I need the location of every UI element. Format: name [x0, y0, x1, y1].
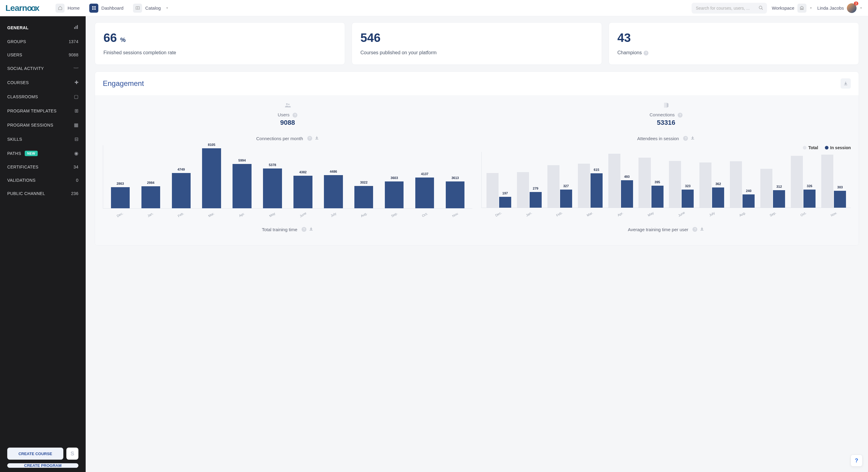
sidebar-label: USERS: [7, 53, 22, 57]
users-icon: [103, 102, 472, 110]
svg-rect-3: [94, 8, 95, 10]
sidebar-count: 236: [71, 191, 79, 196]
kpi-label: Finished sessions completion rate: [103, 50, 336, 56]
toolbox-icon: ⊟: [74, 136, 79, 142]
header: Learnoox Home Dashboard Catalog ▼: [0, 0, 868, 16]
search: [691, 3, 767, 13]
scorm-button[interactable]: S: [66, 447, 79, 460]
sidebar-item-social-activity[interactable]: SOCIAL ACTIVITY〰: [0, 62, 86, 75]
kpi-row: 66 % Finished sessions completion rate 5…: [95, 22, 859, 65]
nav-home-label: Home: [67, 5, 80, 10]
create-course-button[interactable]: CREATE COURSE: [7, 447, 63, 460]
help-icon[interactable]: ?: [644, 50, 648, 56]
download-button[interactable]: [841, 78, 851, 89]
nav-catalog-label: Catalog: [145, 5, 161, 10]
help-icon[interactable]: ?: [302, 227, 306, 232]
sub-chart-avg-time: Average training time per user ?: [482, 227, 851, 232]
bar-group: 323: [668, 152, 695, 208]
panel-title: Engagement: [103, 79, 144, 88]
sub-chart-total-time: Total training time ?: [103, 227, 472, 232]
sidebar-label: CLASSROOMS: [7, 94, 38, 99]
sidebar-item-classrooms[interactable]: CLASSROOMS▢: [0, 90, 86, 104]
bar: 4749: [168, 145, 194, 208]
sidebar-item-program-sessions[interactable]: PROGRAM SESSIONS▦: [0, 118, 86, 132]
sidebar-item-general[interactable]: GENERAL: [0, 21, 86, 35]
calendar-icon: ▦: [74, 122, 79, 128]
new-badge: NEW: [25, 151, 38, 156]
sidebar: GENERALGROUPS1374USERS9088SOCIAL ACTIVIT…: [0, 16, 86, 472]
bar-group: 326: [790, 152, 817, 208]
nav-catalog[interactable]: Catalog ▼: [129, 2, 173, 14]
chevron-down-icon: ▼: [860, 6, 863, 10]
kpi-completion-rate: 66 % Finished sessions completion rate: [95, 22, 345, 65]
chevron-down-icon: ▼: [165, 6, 168, 10]
main: 66 % Finished sessions completion rate 5…: [86, 16, 868, 472]
nav-home[interactable]: Home: [51, 2, 84, 14]
help-icon[interactable]: ?: [292, 113, 298, 117]
sidebar-item-public-channel[interactable]: PUBLIC CHANNEL236: [0, 187, 86, 200]
help-icon[interactable]: ?: [307, 136, 312, 141]
kpi-label: Champions: [617, 50, 642, 55]
stat-label: Users: [278, 112, 289, 117]
search-icon[interactable]: [758, 5, 763, 11]
sidebar-item-skills[interactable]: SKILLS⊟: [0, 132, 86, 146]
activity-icon: 〰: [73, 66, 79, 71]
presentation-icon: ▢: [74, 94, 79, 99]
bar-group: 395: [638, 152, 664, 208]
help-icon[interactable]: ?: [683, 136, 688, 141]
bar: 3022: [350, 145, 377, 208]
workspace-menu[interactable]: Workspace ▼: [772, 4, 812, 13]
bar-group: 240: [729, 152, 756, 208]
sidebar-item-groups[interactable]: GROUPS1374: [0, 35, 86, 48]
user-menu[interactable]: Linda Jacobs 3 ▼: [817, 3, 863, 13]
svg-rect-6: [76, 26, 76, 29]
bar-group: 279: [516, 152, 542, 208]
sidebar-item-certificates[interactable]: CERTIFICATES34: [0, 160, 86, 174]
sidebar-label: VALIDATIONS: [7, 178, 36, 183]
sidebar-label: COURSES: [7, 80, 29, 85]
bar-group: 615: [577, 152, 603, 208]
download-icon[interactable]: [690, 136, 695, 141]
sidebar-label: GENERAL: [7, 25, 29, 30]
kpi-value: 66: [103, 31, 117, 44]
stat-value: 53316: [482, 119, 851, 127]
avatar: 3: [847, 3, 857, 13]
book-icon: [133, 4, 142, 13]
sidebar-item-program-templates[interactable]: PROGRAM TEMPLATES⊞: [0, 104, 86, 118]
help-icon[interactable]: ?: [678, 113, 683, 117]
user-name: Linda Jacobs: [817, 5, 844, 10]
download-icon[interactable]: [700, 227, 704, 232]
svg-rect-1: [94, 6, 95, 7]
bar-group: 303: [820, 152, 847, 208]
search-input[interactable]: [691, 3, 767, 13]
stat-label: Connections: [650, 112, 675, 117]
sidebar-item-courses[interactable]: COURSES✚: [0, 75, 86, 90]
help-fab[interactable]: ?: [850, 454, 863, 467]
legend-total[interactable]: Total: [803, 145, 818, 150]
kpi-value: 546: [361, 31, 593, 45]
kpi-value: 43: [617, 31, 850, 45]
bar-group: 327: [546, 152, 573, 208]
sidebar-item-paths[interactable]: PATHSNEW◉: [0, 146, 86, 160]
sidebar-count: 1374: [69, 39, 79, 44]
bar: 2984: [137, 145, 164, 208]
chart-connections: Connections per month ? 2863298447498105…: [103, 136, 472, 216]
bar-group: 312: [760, 152, 786, 208]
logo[interactable]: Learnoox: [5, 3, 39, 13]
bar: 5994: [228, 145, 255, 208]
sidebar-item-validations[interactable]: VALIDATIONS0: [0, 174, 86, 187]
svg-rect-0: [92, 6, 93, 7]
home-icon: [56, 4, 65, 13]
help-icon[interactable]: ?: [692, 227, 697, 232]
kpi-courses-published: 546 Courses published on your platform: [352, 22, 602, 65]
sidebar-item-users[interactable]: USERS9088: [0, 48, 86, 62]
sidebar-label: SKILLS: [7, 137, 22, 142]
create-program-button[interactable]: CREATE PROGRAM: [7, 463, 79, 468]
nav-dashboard[interactable]: Dashboard: [85, 2, 128, 14]
sidebar-label: PROGRAM TEMPLATES: [7, 108, 56, 113]
chart-title: Attendees in session: [637, 136, 679, 141]
door-icon: [482, 102, 851, 110]
download-icon[interactable]: [315, 136, 319, 141]
download-icon[interactable]: [309, 227, 313, 232]
legend-in-session[interactable]: In session: [825, 145, 851, 150]
